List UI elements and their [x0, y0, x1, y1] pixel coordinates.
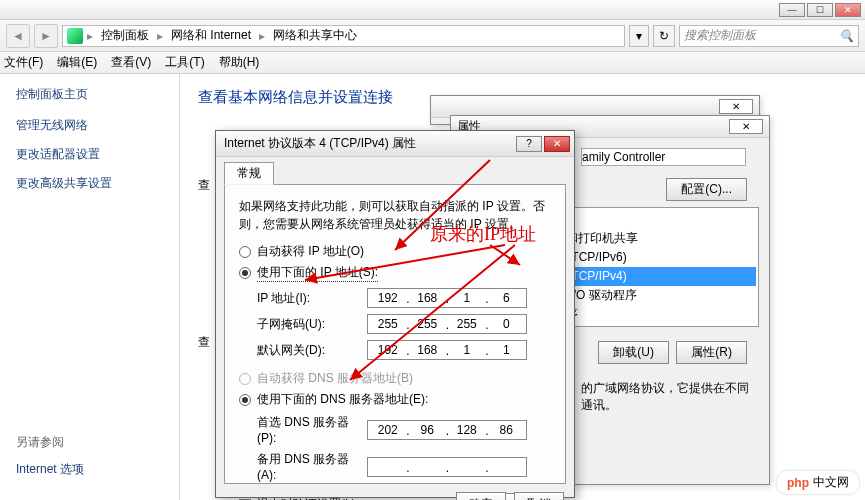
dns1-octet-4[interactable]: 86 [487, 421, 527, 439]
dns1-octet-1[interactable]: 202 [368, 421, 408, 439]
dns2-octet-3[interactable] [447, 458, 487, 476]
dns2-octet-2[interactable] [408, 458, 448, 476]
mask-octet-4[interactable]: 0 [487, 315, 527, 333]
gw-octet-2[interactable]: 168 [408, 341, 448, 359]
search-input[interactable]: 搜索控制面板 🔍 [679, 25, 859, 47]
dns1-octet-3[interactable]: 128 [447, 421, 487, 439]
uninstall-button[interactable]: 卸载(U) [598, 341, 669, 364]
tab-panel-general: 如果网络支持此功能，则可以获取自动指派的 IP 设置。否则，您需要从网络系统管理… [224, 184, 566, 484]
mask-octet-1[interactable]: 255 [368, 315, 408, 333]
radio-auto-dns-label: 自动获得 DNS 服务器地址(B) [257, 370, 413, 387]
chevron-right-icon: ▸ [157, 29, 163, 43]
ip-octet-3[interactable]: 1 [447, 289, 487, 307]
menu-bar: 文件(F) 编辑(E) 查看(V) 工具(T) 帮助(H) [0, 52, 865, 74]
sidebar-sharing-link[interactable]: 更改高级共享设置 [16, 175, 163, 192]
close-button[interactable]: ✕ [835, 3, 861, 17]
breadcrumb-item-control-panel[interactable]: 控制面板 [97, 27, 153, 44]
configure-button[interactable]: 配置(C)... [666, 178, 747, 201]
minimize-button[interactable]: — [779, 3, 805, 17]
subnet-mask-row: 子网掩码(U): 255 255 255 0 [257, 314, 551, 334]
description-line-2: 通讯。 [581, 397, 759, 414]
sidebar-see-also-label: 另请参阅 [16, 434, 163, 451]
mask-octet-2[interactable]: 255 [408, 315, 448, 333]
dns1-row: 首选 DNS 服务器(P): 202 96 128 86 [257, 414, 551, 445]
gw-octet-1[interactable]: 192 [368, 341, 408, 359]
radio-auto-dns-row: 自动获得 DNS 服务器地址(B) [239, 370, 551, 387]
watermark-php: php [787, 476, 809, 490]
radio-auto-ip-row[interactable]: 自动获得 IP 地址(O) [239, 243, 551, 260]
tab-general[interactable]: 常规 [224, 162, 274, 185]
instructions-text: 如果网络支持此功能，则可以获取自动指派的 IP 设置。否则，您需要从网络系统管理… [239, 197, 551, 233]
radio-auto-ip[interactable] [239, 246, 251, 258]
gw-octet-3[interactable]: 1 [447, 341, 487, 359]
dialog-help-button[interactable]: ? [516, 136, 542, 152]
dialog-title: Internet 协议版本 4 (TCP/IPv4) 属性 [224, 135, 416, 152]
watermark-cn: 中文网 [813, 474, 849, 491]
back-button[interactable]: ◄ [6, 24, 30, 48]
breadcrumb-item-network[interactable]: 网络和 Internet [167, 27, 255, 44]
radio-auto-dns [239, 373, 251, 385]
maximize-button[interactable]: ☐ [807, 3, 833, 17]
ip-address-input[interactable]: 192 168 1 6 [367, 288, 527, 308]
chevron-right-icon: ▸ [87, 29, 93, 43]
dns2-row: 备用 DNS 服务器(A): [257, 451, 551, 482]
ip-octet-4[interactable]: 6 [487, 289, 527, 307]
sidebar-wireless-link[interactable]: 管理无线网络 [16, 117, 163, 134]
radio-auto-ip-label: 自动获得 IP 地址(O) [257, 243, 364, 260]
radio-manual-dns-row[interactable]: 使用下面的 DNS 服务器地址(E): [239, 391, 551, 408]
cancel-button[interactable]: 取消 [514, 492, 564, 500]
menu-file[interactable]: 文件(F) [4, 54, 43, 71]
watermark: php 中文网 [777, 471, 859, 494]
properties-button[interactable]: 属性(R) [676, 341, 747, 364]
menu-view[interactable]: 查看(V) [111, 54, 151, 71]
gw-octet-4[interactable]: 1 [487, 341, 527, 359]
description-line-1: 的广域网络协议，它提供在不同 [581, 380, 759, 397]
radio-manual-dns[interactable] [239, 394, 251, 406]
refresh-button[interactable]: ↻ [653, 25, 675, 47]
navigation-bar: ◄ ► ▸ 控制面板 ▸ 网络和 Internet ▸ 网络和共享中心 ▾ ↻ … [0, 20, 865, 52]
gateway-input[interactable]: 192 168 1 1 [367, 340, 527, 360]
breadcrumb[interactable]: ▸ 控制面板 ▸ 网络和 Internet ▸ 网络和共享中心 [62, 25, 625, 47]
subnet-mask-label: 子网掩码(U): [257, 316, 367, 333]
radio-manual-ip[interactable] [239, 267, 251, 279]
ip-address-label: IP 地址(I): [257, 290, 367, 307]
radio-manual-ip-row[interactable]: 使用下面的 IP 地址(S): [239, 264, 551, 282]
sidebar-internet-options-link[interactable]: Internet 选项 [16, 461, 163, 478]
dns2-label: 备用 DNS 服务器(A): [257, 451, 367, 482]
dialog-tabstrip: 常规 [216, 157, 574, 184]
menu-edit[interactable]: 编辑(E) [57, 54, 97, 71]
dialog-close-button[interactable]: ✕ [544, 136, 570, 152]
mask-octet-3[interactable]: 255 [447, 315, 487, 333]
gateway-label: 默认网关(D): [257, 342, 367, 359]
dns1-label: 首选 DNS 服务器(P): [257, 414, 367, 445]
sidebar-home-link[interactable]: 控制面板主页 [16, 86, 163, 103]
radio-manual-dns-label: 使用下面的 DNS 服务器地址(E): [257, 391, 428, 408]
sidebar: 控制面板主页 管理无线网络 更改适配器设置 更改高级共享设置 另请参阅 Inte… [0, 74, 180, 500]
bg-window-properties-close[interactable]: ✕ [729, 119, 763, 134]
dns2-octet-4[interactable] [487, 458, 527, 476]
menu-help[interactable]: 帮助(H) [219, 54, 260, 71]
gateway-row: 默认网关(D): 192 168 1 1 [257, 340, 551, 360]
subnet-mask-input[interactable]: 255 255 255 0 [367, 314, 527, 334]
adapter-name-field[interactable] [581, 148, 746, 166]
dns2-octet-1[interactable] [368, 458, 408, 476]
dialog-titlebar[interactable]: Internet 协议版本 4 (TCP/IPv4) 属性 ? ✕ [216, 131, 574, 157]
forward-button[interactable]: ► [34, 24, 58, 48]
ip-octet-2[interactable]: 168 [408, 289, 448, 307]
breadcrumb-item-sharing-center[interactable]: 网络和共享中心 [269, 27, 361, 44]
menu-tools[interactable]: 工具(T) [165, 54, 204, 71]
search-icon: 🔍 [839, 29, 854, 43]
chevron-right-icon: ▸ [259, 29, 265, 43]
control-panel-icon [67, 28, 83, 44]
search-placeholder: 搜索控制面板 [684, 27, 756, 44]
ip-octet-1[interactable]: 192 [368, 289, 408, 307]
window-titlebar: — ☐ ✕ [0, 0, 865, 20]
dns1-octet-2[interactable]: 96 [408, 421, 448, 439]
breadcrumb-dropdown[interactable]: ▾ [629, 25, 649, 47]
bg-window-status-close[interactable]: ✕ [719, 99, 753, 114]
dns1-input[interactable]: 202 96 128 86 [367, 420, 527, 440]
radio-manual-ip-label: 使用下面的 IP 地址(S): [257, 264, 378, 282]
ok-button[interactable]: 确定 [456, 492, 506, 500]
sidebar-adapter-link[interactable]: 更改适配器设置 [16, 146, 163, 163]
dns2-input[interactable] [367, 457, 527, 477]
